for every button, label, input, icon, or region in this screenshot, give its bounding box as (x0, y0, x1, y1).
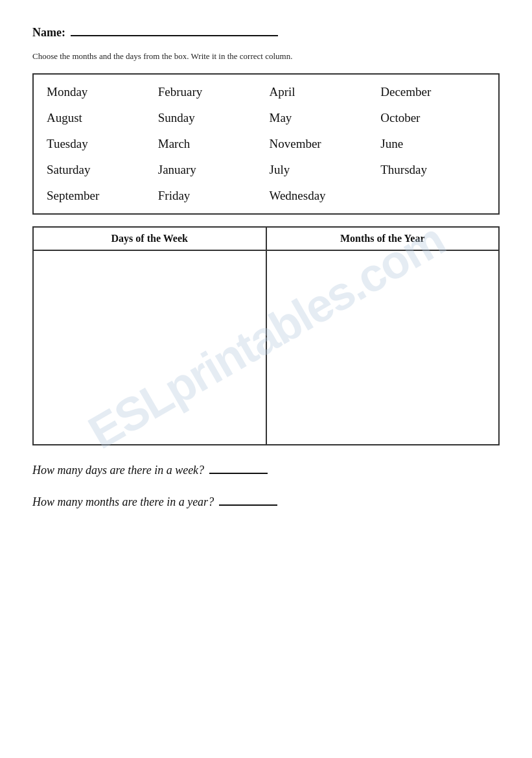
months-answer-cell[interactable]: ESLprintables.com (266, 250, 500, 445)
word-friday: Friday (158, 189, 263, 203)
word-box: Monday February April December August Su… (32, 73, 500, 215)
answer-table: Days of the Week Months of the Year ESLp… (32, 226, 500, 445)
word-july: July (270, 163, 375, 177)
word-october: October (380, 111, 485, 125)
word-thursday: Thursday (380, 163, 485, 177)
question-2-text: How many months are there in a year? (32, 495, 214, 509)
months-header: Months of the Year (266, 227, 500, 250)
question-1-text: How many days are there in a week? (32, 464, 204, 477)
instructions-text: Choose the months and the days from the … (32, 51, 500, 62)
word-august: August (47, 111, 152, 125)
word-grid: Monday February April December August Su… (47, 85, 485, 203)
name-section: Name: (32, 26, 500, 40)
question-2: How many months are there in a year? (32, 495, 500, 509)
word-november: November (270, 137, 375, 151)
word-june: June (380, 137, 485, 151)
questions-section: How many days are there in a week? How m… (32, 464, 500, 509)
word-monday: Monday (47, 85, 152, 99)
days-answer-cell[interactable] (33, 250, 266, 445)
word-saturday: Saturday (47, 163, 152, 177)
word-april: April (270, 85, 375, 99)
word-may: May (270, 111, 375, 125)
word-december: December (380, 85, 485, 99)
word-tuesday: Tuesday (47, 137, 152, 151)
word-february: February (158, 85, 263, 99)
word-september: September (47, 189, 152, 203)
name-label: Name: (32, 26, 65, 40)
word-empty (380, 189, 485, 203)
answer-section: Days of the Week Months of the Year ESLp… (32, 226, 500, 445)
word-january: January (158, 163, 263, 177)
days-header: Days of the Week (33, 227, 266, 250)
question-2-answer[interactable] (219, 504, 277, 506)
word-march: March (158, 137, 263, 151)
word-wednesday: Wednesday (270, 189, 375, 203)
question-1-answer[interactable] (209, 473, 268, 474)
name-input-line[interactable] (71, 35, 278, 36)
word-sunday: Sunday (158, 111, 263, 125)
question-1: How many days are there in a week? (32, 464, 500, 477)
